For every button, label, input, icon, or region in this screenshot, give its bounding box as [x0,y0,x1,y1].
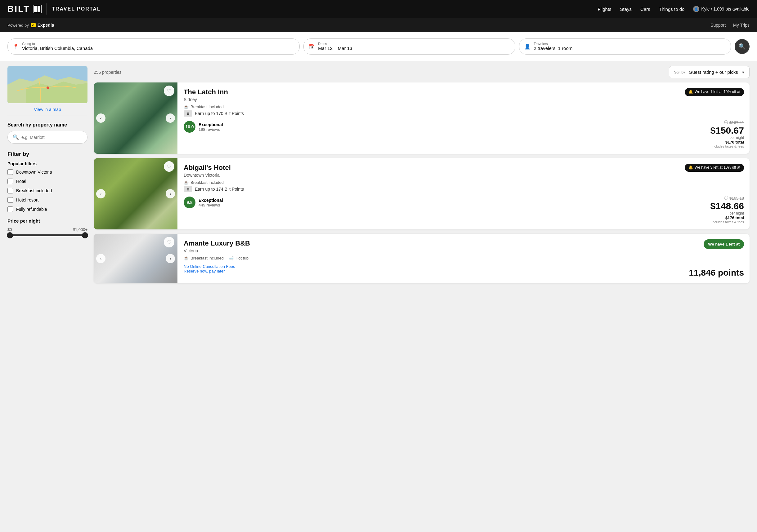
travelers-field-content: Travelers 2 travelers, 1 room [533,42,572,51]
filter-section: Filter by Popular filters Downtown Victo… [8,151,87,236]
dates-field-content: Dates Mar 12 – Mar 13 [318,42,352,51]
powered-by-label: Powered by [8,23,29,28]
rating-row-1: 10.0 Exceptional 198 reviews [184,121,676,133]
rating-reviews-1: 198 reviews [198,127,223,132]
breakfast-icon-3: ☕ [184,256,189,261]
prev-image-button-3[interactable]: ‹ [96,254,106,263]
main-content: View in a map Search by property name 🔍 … [0,61,757,293]
person-icon: 👤 [524,44,530,50]
results-header: 255 properties Sort by Guest rating + ou… [94,66,749,78]
my-trips-link[interactable]: My Trips [733,23,749,28]
results-count: 255 properties [94,70,122,75]
hotel-amenity-2: ☕ Breakfast included [184,180,676,185]
hotel-amenity-3b: 🛁 Hot tub [229,256,249,261]
filter-downtown-victoria[interactable]: Downtown Victoria [8,169,87,175]
price-block-3: 11,846 points [689,268,744,278]
price-block-2: ⓘ $165.18 $148.66 per night $176 total I… [711,195,744,224]
next-image-button-1[interactable]: › [166,113,175,123]
user-avatar: 👤 [693,6,699,12]
price-range-slider[interactable] [8,235,87,236]
next-image-button-2[interactable]: › [166,189,175,198]
search-property-title: Search by property name [8,122,87,128]
hotel-price-area-3: We have 1 left at 11,846 points [686,234,749,283]
favorite-button-3[interactable]: ♡ [164,237,174,247]
deal-badge-green-3: We have 1 left at [704,239,744,249]
dates-label: Dates [318,42,352,45]
filter-fully-refundable-checkbox[interactable] [8,207,13,212]
filter-hotel-resort-label: Hotel resort [16,198,39,203]
hotel-image-container-1: ‹ › ♡ [94,82,177,154]
favorite-button-2[interactable]: ♡ [164,161,174,172]
property-search-input-container[interactable]: 🔍 [8,131,87,144]
hotel-info-3: Amante Luxury B&B Victoria ☕ Breakfast i… [177,234,686,283]
bilt-points-2: ⊞ Earn up to 174 Bilt Points [184,186,676,192]
price-per-night-2: per night [711,211,744,215]
hotel-name-2: Abigail's Hotel [184,164,676,172]
filter-hotel-resort-checkbox[interactable] [8,197,13,203]
filter-breakfast[interactable]: Breakfast included [8,188,87,193]
nav-cars[interactable]: Cars [640,7,650,12]
filter-hotel-resort[interactable]: Hotel resort [8,197,87,203]
current-price-2: $148.66 [711,201,744,211]
filter-breakfast-label: Breakfast included [16,188,52,193]
prev-image-button-2[interactable]: ‹ [96,189,106,198]
price-total-1: $170 total [711,140,744,145]
dates-value: Mar 12 – Mar 13 [318,45,352,51]
hotel-amenity-3a: ☕ Breakfast included [184,256,224,261]
filter-title: Filter by [8,151,87,157]
deal-badge-2: 🔔 We have 3 left at 10% off at [685,164,744,172]
view-map-link[interactable]: View in a map [8,103,87,116]
favorite-button-1[interactable]: ♡ [164,86,174,96]
popular-filters-title: Popular filters [8,161,87,166]
filter-downtown-victoria-checkbox[interactable] [8,169,13,175]
brand-logo[interactable]: BILT [8,4,42,14]
sort-dropdown[interactable]: Sort by Guest rating + our picks ▾ [669,66,749,78]
dates-field[interactable]: 📅 Dates Mar 12 – Mar 13 [303,39,515,55]
location-field[interactable]: 📍 Going to Victoria, British Columbia, C… [8,39,300,55]
deal-label-2: We have 3 left at 10% off at [695,165,740,170]
rating-row-2: 9.8 Exceptional 449 reviews [184,197,676,208]
next-image-button-3[interactable]: › [166,254,175,263]
hotel-card-abigails[interactable]: ‹ › ♡ Abigail's Hotel Downtown Victoria … [94,158,749,229]
nav-flights[interactable]: Flights [597,7,611,12]
bilt-icon-1: ⊞ [184,110,192,117]
filter-fully-refundable[interactable]: Fully refundable [8,207,87,212]
hotel-amenity-label-1: Breakfast included [191,104,224,109]
user-info[interactable]: 👤 Kyle / 1,099 pts available [693,6,749,12]
support-link[interactable]: Support [711,23,726,28]
nav-things-to-do[interactable]: Things to do [659,7,685,12]
location-icon: 📍 [13,44,19,50]
powered-by: Powered by e Expedia [8,23,54,28]
filter-hotel[interactable]: Hotel [8,179,87,184]
prev-image-button-1[interactable]: ‹ [96,113,106,123]
svg-marker-2 [26,82,87,103]
property-search-input[interactable] [21,135,82,140]
sort-value: Guest rating + our picks [689,70,740,75]
sub-navigation: Powered by e Expedia Support My Trips [0,18,757,32]
nav-stays[interactable]: Stays [620,7,632,12]
price-total-2: $176 total [711,215,744,220]
price-range-values: $0 $1,000+ [8,227,87,232]
hotel-card-amante[interactable]: ‹ › ♡ Amante Luxury B&B Victoria ☕ Break… [94,234,749,283]
hot-tub-icon-3: 🛁 [229,256,234,261]
hotel-image-container-3: ‹ › ♡ [94,234,177,283]
deal-icon-2: 🔔 [688,165,693,170]
price-min: $0 [8,227,12,232]
location-field-content: Going to Victoria, British Columbia, Can… [22,42,93,51]
original-price-value-1: $167.41 [729,120,744,125]
hotel-card-latch-inn[interactable]: ‹ › ♡ The Latch Inn Sidney ☕ Breakfast i… [94,82,749,154]
hotel-price-area-2: 🔔 We have 3 left at 10% off at ⓘ $165.18… [682,158,749,229]
filter-hotel-label: Hotel [16,179,26,184]
search-icon: 🔍 [13,134,19,140]
range-thumb-left[interactable] [7,232,13,238]
filter-hotel-checkbox[interactable] [8,179,13,184]
search-button[interactable]: 🔍 [735,39,749,54]
filter-breakfast-checkbox[interactable] [8,188,13,193]
deal-icon-1: 🔔 [688,90,693,95]
bilt-icon-2: ⊞ [184,186,192,192]
hotel-info-1: The Latch Inn Sidney ☕ Breakfast include… [177,82,682,154]
travelers-field[interactable]: 👤 Travelers 2 travelers, 1 room [519,39,731,55]
hotel-name-1: The Latch Inn [184,88,676,96]
hotel-location-2: Downtown Victoria [184,173,676,178]
range-thumb-right[interactable] [82,232,88,238]
